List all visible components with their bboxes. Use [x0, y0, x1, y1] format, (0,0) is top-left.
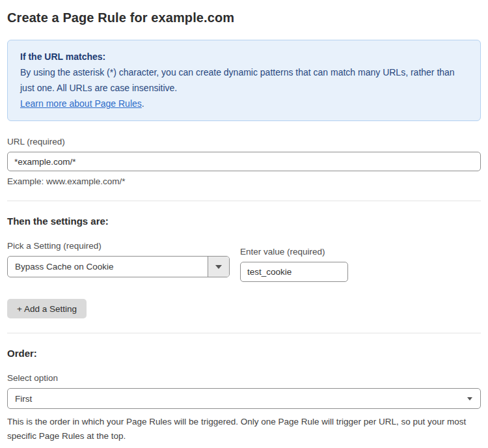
- setting-column: Pick a Setting (required) Bypass Cache o…: [7, 241, 230, 277]
- add-setting-wrap: + Add a Setting: [7, 299, 481, 318]
- learn-more-link[interactable]: Learn more about Page Rules: [20, 98, 142, 109]
- caret-down-icon: [215, 265, 222, 269]
- url-match-info-box: If the URL matches: By using the asteris…: [7, 40, 481, 121]
- url-field-label: URL (required): [7, 137, 481, 147]
- settings-section-heading: Then the settings are:: [7, 216, 481, 227]
- setting-select-arrow-button[interactable]: [208, 257, 229, 277]
- order-select-label: Select option: [7, 373, 481, 383]
- caret-down-icon: [467, 397, 472, 400]
- order-section-heading: Order:: [7, 348, 481, 359]
- settings-row: Pick a Setting (required) Bypass Cache o…: [7, 241, 481, 282]
- order-select[interactable]: First: [7, 388, 481, 409]
- setting-select[interactable]: Bypass Cache on Cookie: [7, 256, 230, 277]
- setting-select-value: Bypass Cache on Cookie: [8, 257, 208, 277]
- info-box-heading: If the URL matches:: [20, 49, 468, 64]
- url-input[interactable]: [7, 152, 481, 171]
- divider: [7, 201, 481, 201]
- setting-value-input[interactable]: [240, 262, 348, 282]
- value-column: Enter value (required): [240, 241, 348, 282]
- url-example-text: Example: www.example.com/*: [7, 176, 481, 186]
- order-select-value: First: [15, 394, 32, 404]
- info-box-link-line: Learn more about Page Rules.: [20, 96, 468, 111]
- page-rule-form: Create a Page Rule for example.com If th…: [0, 0, 488, 448]
- info-box-body: By using the asterisk (*) character, you…: [20, 64, 468, 96]
- add-setting-button[interactable]: + Add a Setting: [7, 299, 87, 318]
- page-title: Create a Page Rule for example.com: [7, 0, 481, 25]
- link-suffix: .: [142, 98, 144, 109]
- divider: [7, 333, 481, 333]
- value-field-label: Enter value (required): [240, 247, 348, 257]
- setting-select-label: Pick a Setting (required): [7, 241, 230, 251]
- order-help-text: This is the order in which your Page Rul…: [7, 415, 476, 443]
